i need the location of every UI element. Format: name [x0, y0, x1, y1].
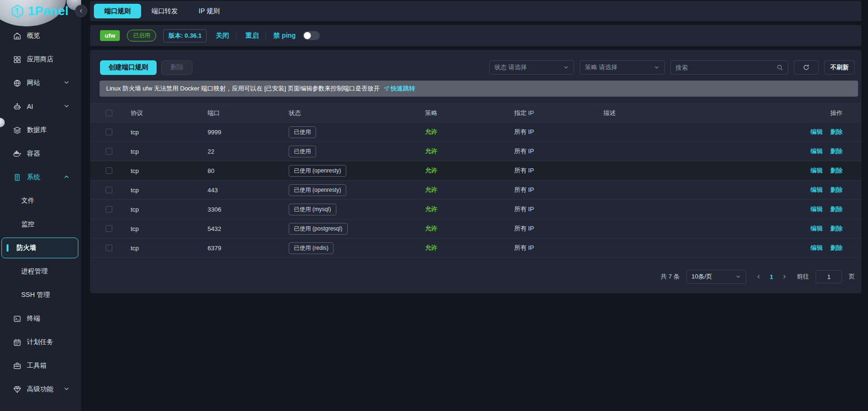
sidebar-item-monitor[interactable]: 监控 — [0, 213, 81, 236]
cell-protocol: tcp — [131, 225, 208, 232]
sidebar-item-firewall[interactable]: 防火墙 — [0, 236, 81, 260]
delete-link[interactable]: 删除 — [830, 167, 843, 174]
cell-ip: 所有 IP — [514, 147, 603, 156]
delete-link[interactable]: 删除 — [830, 206, 843, 213]
goto-page-input[interactable] — [816, 270, 842, 283]
sidebar-item-system[interactable]: 系统 — [0, 165, 81, 189]
port-rules-table: 协议 端口 状态 策略 指定 IP 描述 操作 tcp 9999 已使用 允许 … — [90, 103, 861, 258]
current-page-number[interactable]: 1 — [770, 273, 773, 280]
firewall-status-bar: ufw 已启用 版本: 0.36.1 关闭 重启 禁 ping — [90, 25, 861, 46]
edit-link[interactable]: 编辑 — [810, 244, 823, 251]
sidebar-item-process[interactable]: 进程管理 — [0, 260, 81, 283]
robot-icon — [13, 102, 21, 111]
refresh-button[interactable] — [794, 60, 818, 74]
firewall-stop-link[interactable]: 关闭 — [216, 32, 229, 40]
table-row: tcp 9999 已使用 允许 所有 IP 编辑删除 — [90, 123, 861, 142]
page-unit-label: 页 — [849, 272, 855, 281]
row-checkbox[interactable] — [106, 129, 112, 135]
search-input[interactable] — [676, 64, 776, 71]
sidebar-item-container[interactable]: 容器 — [0, 142, 81, 165]
cell-port: 3306 — [208, 206, 289, 213]
firewall-restart-link[interactable]: 重启 — [245, 32, 259, 40]
quick-jump-link[interactable]: 快速跳转 — [384, 84, 415, 93]
chevron-down-icon — [63, 386, 70, 392]
edit-link[interactable]: 编辑 — [810, 206, 823, 213]
toggle-knob — [304, 32, 311, 39]
sidebar-item-files[interactable]: 文件 — [0, 189, 81, 213]
firewall-enabled-badge: 已启用 — [127, 30, 156, 41]
edit-link[interactable]: 编辑 — [810, 148, 823, 155]
sidebar-item-advanced[interactable]: 高级功能 — [0, 378, 81, 401]
delete-link[interactable]: 删除 — [830, 148, 843, 155]
row-checkbox[interactable] — [106, 225, 112, 232]
cell-ip: 所有 IP — [514, 244, 603, 252]
sidebar-item-label: 数据库 — [27, 126, 47, 134]
tab-ip-rules[interactable]: IP 规则 — [188, 4, 230, 18]
status-badge: 已使用 (openresty) — [289, 165, 346, 177]
deny-ping-toggle[interactable] — [303, 31, 320, 40]
status-badge: 已使用 (openresty) — [289, 184, 346, 196]
select-all-checkbox[interactable] — [106, 110, 112, 116]
status-badge: 已使用 — [289, 126, 316, 138]
row-checkbox[interactable] — [106, 167, 112, 174]
cell-protocol: tcp — [131, 167, 208, 174]
edit-link[interactable]: 编辑 — [810, 186, 823, 193]
create-port-rule-button[interactable]: 创建端口规则 — [100, 60, 157, 75]
grid-icon — [13, 55, 21, 64]
app-logo[interactable]: 1Panel — [10, 4, 69, 18]
cell-policy: 允许 — [425, 205, 514, 214]
status-badge: 已使用 (mysql) — [289, 204, 336, 215]
gem-icon — [13, 385, 21, 394]
cell-protocol: tcp — [131, 148, 208, 155]
status-filter-select[interactable]: 状态 请选择 — [489, 60, 574, 74]
sidebar-item-label: 网站 — [27, 79, 40, 87]
edit-link[interactable]: 编辑 — [810, 167, 823, 174]
tab-port-forward[interactable]: 端口转发 — [141, 4, 188, 18]
cell-protocol: tcp — [131, 187, 208, 194]
row-checkbox[interactable] — [106, 148, 112, 155]
row-checkbox[interactable] — [106, 187, 112, 193]
app-title: 1Panel — [28, 4, 69, 18]
sidebar-collapse-button[interactable] — [75, 5, 87, 17]
delete-link[interactable]: 删除 — [830, 186, 843, 193]
sidebar-item-app-store[interactable]: 应用商店 — [0, 48, 81, 71]
delete-link[interactable]: 删除 — [830, 225, 843, 232]
firewall-version-badge: 版本: 0.36.1 — [163, 29, 207, 42]
sidebar-item-ai[interactable]: AI — [0, 95, 81, 118]
row-checkbox[interactable] — [106, 206, 112, 213]
sidebar-item-cron[interactable]: 计划任务 — [0, 330, 81, 354]
sidebar-item-terminal[interactable]: 终端 — [0, 307, 81, 330]
logo-hexagon-icon — [10, 4, 25, 18]
chevron-left-icon — [78, 8, 84, 14]
edit-link[interactable]: 编辑 — [810, 225, 823, 232]
prev-page-arrow-icon[interactable] — [756, 274, 761, 279]
status-badge: 已使用 (postgresql) — [289, 223, 348, 235]
table-row: tcp 6379 已使用 (redis) 允许 所有 IP 编辑删除 — [90, 238, 861, 258]
policy-filter-select[interactable]: 策略 请选择 — [580, 60, 665, 74]
sidebar-item-website[interactable]: 网站 — [0, 71, 81, 95]
sidebar-item-overview[interactable]: 概览 — [0, 24, 81, 48]
page-navigation: 1 — [756, 273, 787, 280]
page-size-select[interactable]: 10条/页 — [686, 270, 746, 284]
edit-link[interactable]: 编辑 — [810, 128, 823, 135]
delete-link[interactable]: 删除 — [830, 244, 843, 251]
delete-selected-button[interactable]: 删除 — [161, 60, 192, 75]
sidebar-item-ssh[interactable]: SSH 管理 — [0, 283, 81, 307]
tab-port-rules[interactable]: 端口规则 — [94, 4, 141, 18]
table-row: tcp 5432 已使用 (postgresql) 允许 所有 IP 编辑删除 — [90, 219, 861, 238]
next-page-arrow-icon[interactable] — [782, 274, 787, 279]
sidebar-item-label: 高级功能 — [27, 385, 53, 394]
screen: 1Panel 概览 应用商店 网站 — [0, 0, 868, 411]
divider — [236, 33, 236, 39]
cell-protocol: tcp — [131, 245, 208, 252]
sidebar-item-database[interactable]: 数据库 — [0, 118, 81, 142]
cell-ip: 所有 IP — [514, 128, 603, 136]
row-checkbox[interactable] — [106, 245, 112, 251]
no-refresh-button[interactable]: 不刷新 — [824, 60, 855, 74]
table-header-row: 协议 端口 状态 策略 指定 IP 描述 操作 — [90, 103, 861, 123]
active-indicator-bar — [7, 244, 8, 252]
sidebar-item-toolbox[interactable]: 工具箱 — [0, 354, 81, 378]
delete-link[interactable]: 删除 — [830, 128, 843, 135]
chevron-down-icon — [654, 65, 659, 70]
table-row: tcp 22 已使用 允许 所有 IP 编辑删除 — [90, 142, 861, 161]
